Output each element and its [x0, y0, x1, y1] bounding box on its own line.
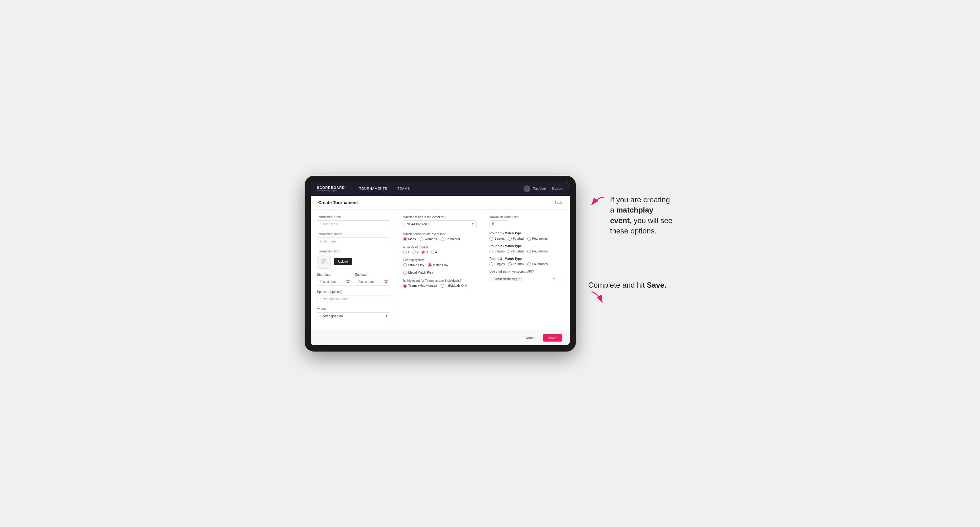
scoring-medal[interactable]: Medal Match Play	[403, 271, 433, 275]
round2-match-type: Round 2 - Match Type Singles Fourball	[490, 244, 563, 253]
round2-singles[interactable]: Singles	[490, 250, 505, 253]
rounds-1-label: 1	[407, 251, 409, 254]
start-date-label: Start date	[317, 273, 353, 276]
rounds-1[interactable]: 1	[403, 251, 409, 254]
sponsor-group: Sponsor (optional)	[317, 290, 391, 303]
gender-mens[interactable]: Mens	[403, 238, 416, 241]
back-link[interactable]: ← Back	[550, 201, 562, 205]
division-group: Which division is the event for? NCAA Di…	[403, 215, 477, 228]
rounds-2[interactable]: 2	[412, 251, 419, 254]
gender-combined-label: Combined	[445, 238, 460, 241]
nav-tab-teams[interactable]: TEAMS	[392, 182, 415, 195]
scoring-match[interactable]: Match Play	[428, 264, 448, 267]
rounds-2-label: 2	[417, 251, 419, 254]
form-col-3: Maximum Team Size Round 1 - Match Type S…	[483, 210, 570, 330]
tournament-name-input[interactable]	[317, 238, 391, 245]
round3-foursomes[interactable]: Foursomes	[527, 262, 548, 266]
round2-singles-label: Singles	[495, 250, 505, 253]
rounds-3-radio[interactable]	[422, 251, 425, 254]
scoring-match-radio[interactable]	[428, 264, 431, 267]
rounds-2-radio[interactable]	[412, 251, 416, 254]
start-date-wrap: 📅	[317, 278, 353, 286]
round1-singles-label: Singles	[495, 237, 505, 240]
venue-label: Venue	[317, 307, 391, 311]
nav-logo-sub: Powered by clippit	[317, 189, 345, 192]
round1-fourball-radio[interactable]	[508, 237, 512, 241]
event-individuals[interactable]: Individuals Only	[441, 284, 468, 288]
scoring-medal-label: Medal Match Play	[408, 271, 433, 274]
annotations: If you are creating a matchplay event, y…	[589, 176, 676, 307]
api-label: Use third-party live scoring API?	[490, 270, 563, 273]
gender-mens-label: Mens	[408, 238, 416, 241]
rounds-4-label: 4	[435, 251, 437, 254]
max-team-size-input[interactable]	[490, 220, 508, 227]
date-row: Start date 📅 End date	[317, 273, 391, 286]
tournament-name-label: Tournament name	[317, 232, 391, 236]
sponsor-input[interactable]	[317, 295, 391, 303]
gender-mens-radio[interactable]	[403, 238, 407, 241]
venue-select[interactable]: Search golf club	[317, 312, 391, 320]
round1-foursomes[interactable]: Foursomes	[527, 237, 548, 241]
nav-tabs: TOURNAMENTS TEAMS	[354, 182, 523, 195]
event-teams[interactable]: Teams (+Individuals)	[403, 284, 437, 288]
nav-logo-title: SCOREBOARD	[317, 186, 345, 189]
api-tag-close[interactable]: ✕	[518, 277, 521, 281]
event-type-group: Is this event for Teams and/or Individua…	[403, 279, 477, 288]
round1-title: Round 1 - Match Type	[490, 232, 563, 235]
event-teams-radio[interactable]	[403, 284, 407, 288]
round2-foursomes-radio[interactable]	[527, 250, 531, 253]
tournament-host-input[interactable]	[317, 220, 391, 228]
round1-foursomes-radio[interactable]	[527, 237, 531, 241]
gender-womens-radio[interactable]	[420, 238, 423, 241]
division-select[interactable]: NCAA Division I NCAA Division II NCAA Di…	[403, 220, 477, 228]
rounds-3[interactable]: 3	[422, 251, 428, 254]
venue-group: Venue Search golf club ▼	[317, 307, 391, 320]
nav-logo: SCOREBOARD Powered by clippit	[317, 186, 345, 192]
avatar: T	[523, 186, 530, 192]
annotation-matchplay-bold: matchplay event,	[610, 206, 654, 225]
annotation-matchplay-arrow	[589, 196, 607, 210]
round2-foursomes[interactable]: Foursomes	[527, 250, 548, 253]
rounds-4[interactable]: 4	[431, 251, 437, 254]
nav-right: T Test User | Sign out	[523, 186, 563, 192]
round3-singles[interactable]: Singles	[490, 262, 505, 266]
rounds-4-radio[interactable]	[431, 251, 434, 254]
api-select-box[interactable]: Leaderboard King ✕ ▼	[490, 275, 563, 283]
round3-foursomes-radio[interactable]	[527, 262, 531, 266]
round2-fourball[interactable]: Fourball	[508, 250, 524, 253]
end-date-label: End date	[355, 273, 390, 276]
gender-group: Which gender is the event for? Mens Wome…	[403, 232, 477, 241]
round1-singles-radio[interactable]	[490, 237, 493, 241]
signout-link[interactable]: Sign out	[552, 187, 563, 190]
round2-fourball-radio[interactable]	[508, 250, 512, 253]
event-individuals-radio[interactable]	[441, 284, 444, 288]
scoring-group: Scoring system Stroke Play Match Play	[403, 258, 477, 275]
scoring-medal-radio[interactable]	[403, 271, 407, 275]
event-type-radio-group: Teams (+Individuals) Individuals Only	[403, 284, 477, 288]
upload-button[interactable]: Upload	[334, 258, 353, 265]
venue-select-wrap: Search golf club ▼	[317, 312, 391, 320]
rounds-1-radio[interactable]	[403, 251, 407, 254]
scoring-stroke[interactable]: Stroke Play	[403, 264, 424, 267]
scoring-match-label: Match Play	[433, 264, 448, 267]
gender-label: Which gender is the event for?	[403, 232, 477, 236]
round3-fourball-radio[interactable]	[508, 262, 512, 266]
round3-fourball[interactable]: Fourball	[508, 262, 524, 266]
annotation-save: Complete and hit Save.	[589, 280, 676, 307]
gender-combined[interactable]: Combined	[441, 238, 460, 241]
gender-womens[interactable]: Womens	[420, 238, 437, 241]
round3-singles-radio[interactable]	[490, 262, 493, 266]
round3-title: Round 3 - Match Type	[490, 257, 563, 260]
annotation-matchplay-content: If you are creating a matchplay event, y…	[589, 194, 676, 236]
rounds-radio-group: 1 2 3	[403, 251, 477, 254]
scoring-stroke-radio[interactable]	[403, 264, 407, 267]
round2-singles-radio[interactable]	[490, 250, 493, 253]
round1-singles[interactable]: Singles	[490, 237, 505, 241]
logo-placeholder	[317, 255, 331, 269]
round3-fourball-label: Fourball	[513, 262, 524, 266]
nav-tab-tournaments[interactable]: TOURNAMENTS	[354, 182, 392, 195]
save-button[interactable]: Save	[543, 334, 562, 341]
gender-combined-radio[interactable]	[441, 238, 444, 241]
cancel-button[interactable]: Cancel	[520, 334, 540, 341]
round1-fourball[interactable]: Fourball	[508, 237, 524, 241]
